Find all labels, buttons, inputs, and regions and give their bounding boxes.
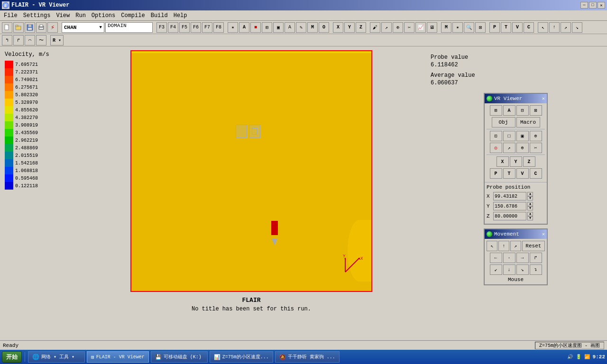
vr-btn-r4-3[interactable]: ⊕ [516, 143, 529, 153]
mov-reset-button[interactable]: Reset [522, 241, 545, 251]
menu-build[interactable]: Build [148, 11, 171, 20]
vr-v-btn[interactable]: V [516, 168, 529, 179]
menu-settings[interactable]: Settings [20, 11, 54, 20]
mov-btn-downleft[interactable]: ↙ [490, 264, 502, 275]
f8-button[interactable]: F8 [213, 22, 224, 33]
vr-x-btn[interactable]: X [497, 156, 509, 167]
f3-button[interactable]: F3 [156, 22, 167, 33]
close-button[interactable]: ✕ [598, 2, 605, 9]
icon-chart[interactable]: 📈 [415, 22, 426, 33]
taskbar-flair[interactable]: ⊞ FLAIR - VR Viewer [87, 351, 149, 363]
probe-x-up[interactable]: ▲ [527, 192, 533, 196]
vr-btn-x[interactable]: ⊠ [530, 105, 542, 116]
mov-btn-down[interactable]: ↓ [503, 264, 515, 275]
save-button[interactable] [25, 22, 35, 33]
probe-z-down[interactable]: ▼ [527, 216, 533, 220]
icon-star2[interactable]: ✶ [452, 22, 463, 33]
probe-y-up[interactable]: ▲ [527, 202, 533, 206]
icon-arr2[interactable]: ↑ [549, 22, 560, 33]
icon-P[interactable]: P [489, 22, 500, 33]
icon-search[interactable]: 🔍 [464, 22, 474, 33]
domain-field[interactable]: DOMAIN [105, 22, 153, 33]
probe-y-down[interactable]: ▼ [527, 206, 533, 210]
mov-btn-downright[interactable]: ↘ [516, 264, 529, 275]
mov-btn-up[interactable]: ↑ [498, 241, 509, 251]
probe-y-input[interactable] [493, 202, 526, 210]
icon-drag[interactable]: ⊕ [393, 22, 403, 33]
vr-btn-r4-4[interactable]: ✂ [530, 143, 542, 153]
mov-btn-center[interactable]: · [503, 253, 515, 263]
mov-btn-upleft[interactable]: ↖ [487, 241, 497, 251]
vr-btn-r3-3[interactable]: ▣ [516, 131, 529, 141]
icon-O[interactable]: O [319, 22, 329, 33]
viewport[interactable]: X Y [130, 50, 372, 292]
vr-z-btn[interactable]: Z [523, 156, 535, 167]
taskbar-chart[interactable]: 📊 Z=75m的小区速度... [210, 351, 273, 363]
probe-z-up[interactable]: ▲ [527, 212, 533, 216]
vr-panel-close[interactable]: ✕ [542, 96, 545, 101]
icon-a[interactable]: A [239, 22, 249, 33]
vr-obj-button[interactable]: Obj [492, 117, 515, 127]
icon-X[interactable]: X [333, 22, 343, 33]
f4-button[interactable]: F4 [168, 22, 178, 33]
tb2-wave[interactable]: 〜 [36, 35, 46, 46]
vr-btn-A[interactable]: A [503, 105, 515, 116]
icon-M[interactable]: M [307, 22, 318, 33]
vr-t-btn[interactable]: T [503, 168, 515, 179]
menu-options[interactable]: Options [89, 11, 118, 20]
tb2-arrow-right[interactable]: ↱ [13, 35, 24, 46]
vr-btn-r3-4[interactable]: ⊕ [530, 131, 542, 141]
icon-zoom[interactable]: ⊠ [475, 22, 486, 33]
icon-arr4[interactable]: ↘ [572, 22, 582, 33]
menu-view[interactable]: View [53, 11, 73, 20]
icon-cut[interactable]: ✂ [404, 22, 414, 33]
print-button[interactable] [36, 22, 46, 33]
f7-button[interactable]: F7 [202, 22, 212, 33]
mov-btn-upright[interactable]: ↗ [510, 241, 521, 251]
f5-button[interactable]: F5 [179, 22, 190, 33]
vr-macro-button[interactable]: Macro [516, 117, 540, 127]
open-button[interactable] [13, 22, 24, 33]
f6-button[interactable]: F6 [191, 22, 201, 33]
chan-dropdown[interactable]: CHAN ▼ [62, 22, 104, 33]
menu-file[interactable]: File [1, 11, 20, 20]
icon-pencil[interactable]: ✎ [296, 22, 306, 33]
icon-star[interactable]: ✶ [228, 22, 238, 33]
mov-btn-r3-4[interactable]: ↴ [530, 264, 542, 275]
probe-x-down[interactable]: ▼ [527, 196, 533, 200]
vr-btn-r4-2[interactable]: ↗ [503, 143, 515, 153]
tb2-arrow-left[interactable]: ↰ [2, 35, 12, 46]
icon-V[interactable]: V [512, 22, 523, 33]
movement-close[interactable]: ✕ [542, 231, 545, 237]
icon-rect-fill[interactable]: ■ [250, 22, 261, 33]
start-button[interactable]: 开始 [2, 351, 22, 363]
vr-btn-r3-2[interactable]: □ [503, 131, 515, 141]
run-button[interactable]: ⚡ [47, 22, 58, 33]
icon-Z[interactable]: Z [356, 22, 366, 33]
tb2-curve[interactable]: ⌒ [25, 35, 35, 46]
vr-p-btn[interactable]: P [490, 168, 502, 179]
mov-btn-right[interactable]: → [516, 253, 529, 263]
maximize-button[interactable]: □ [589, 2, 597, 9]
mov-btn-r2-4[interactable]: ↱ [530, 253, 542, 263]
probe-x-input[interactable] [493, 192, 526, 200]
menu-compile[interactable]: Compile [118, 11, 147, 20]
taskbar-network[interactable]: 🌐 网络 ▾ 工具 ▾ [28, 351, 85, 363]
tb2-R[interactable]: R ▾ [50, 35, 64, 46]
new-button[interactable] [2, 22, 12, 33]
taskbar-drive[interactable]: 💾 可移动磁盘 (K:) [151, 351, 208, 363]
icon-monitor[interactable]: 🖥 [427, 22, 437, 33]
mov-btn-left[interactable]: ← [490, 253, 502, 263]
icon-box[interactable]: ▣ [273, 22, 284, 33]
vr-btn-r4-1[interactable]: ◎ [490, 143, 502, 153]
vr-btn-r3-1[interactable]: ⊡ [490, 131, 502, 141]
taskbar-music[interactable]: 🔕 千千静听 黄家驹 ... [275, 351, 340, 363]
icon-Y[interactable]: Y [344, 22, 355, 33]
menu-run[interactable]: Run [73, 11, 89, 20]
icon-arrow-diag[interactable]: ↗ [381, 22, 392, 33]
icon-brush[interactable]: 🖌 [370, 22, 380, 33]
vr-btn-grid[interactable]: ⊞ [490, 105, 502, 116]
menu-help[interactable]: Help [171, 11, 190, 20]
icon-a2[interactable]: A [285, 22, 295, 33]
vr-btn-grid2[interactable]: ⊟ [516, 105, 529, 116]
